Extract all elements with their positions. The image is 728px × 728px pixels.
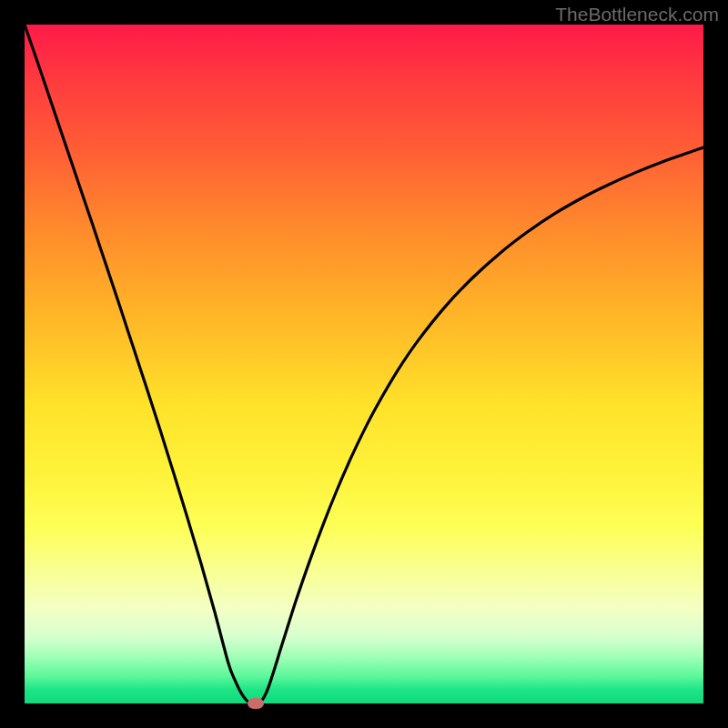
plot-area — [25, 25, 703, 703]
watermark-text: TheBottleneck.com — [555, 4, 719, 25]
optimum-marker — [248, 698, 264, 709]
bottleneck-curve — [25, 25, 703, 703]
chart-frame: TheBottleneck.com — [0, 0, 728, 728]
